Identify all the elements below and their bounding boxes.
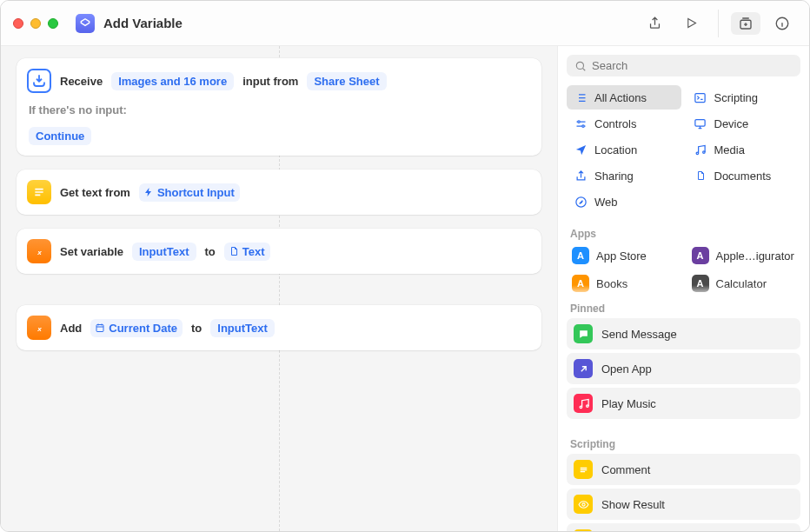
svg-point-11 <box>703 150 706 153</box>
svg-text:x: x <box>37 324 42 332</box>
window-close-button[interactable] <box>13 18 23 29</box>
category-scripting[interactable]: Scripting <box>687 85 801 110</box>
alert-icon <box>574 529 593 531</box>
shortcut-app-icon <box>76 14 95 33</box>
category-label: Media <box>714 143 745 156</box>
no-input-behavior-token[interactable]: Continue <box>29 127 91 145</box>
action-list-label: Comment <box>601 463 650 476</box>
share-icon <box>574 169 588 183</box>
receive-label: Receive <box>60 75 103 88</box>
category-label: Location <box>594 143 637 156</box>
action-label: Get text from <box>60 186 130 199</box>
category-label: Sharing <box>594 170 634 183</box>
nav-icon <box>574 143 588 156</box>
svg-rect-4 <box>96 325 103 332</box>
action-list-item[interactable]: Send Message <box>567 318 800 349</box>
safari-icon <box>574 195 588 209</box>
share-button[interactable] <box>640 12 669 35</box>
svg-rect-9 <box>695 119 705 126</box>
action-card[interactable]: x Add Current DatetoInputText <box>17 305 541 350</box>
window-zoom-button[interactable] <box>48 18 58 29</box>
category-label: Web <box>594 196 618 209</box>
value-token[interactable]: Current Date <box>90 319 183 337</box>
action-list-item[interactable]: Open App <box>567 353 800 384</box>
no-input-label: If there's no input: <box>17 103 541 127</box>
app-item[interactable]: AApple…igurator <box>687 243 801 268</box>
category-sharing[interactable]: Sharing <box>567 163 681 188</box>
app-item[interactable]: ACalculator <box>687 271 801 296</box>
value-token[interactable]: Text <box>224 243 270 261</box>
action-card[interactable]: x Set variable InputTexttoText <box>17 229 541 274</box>
app-item[interactable]: ABooks <box>567 271 681 296</box>
sliders-icon <box>574 116 588 130</box>
category-controls[interactable]: Controls <box>567 111 681 136</box>
svg-point-14 <box>586 404 588 407</box>
receive-source-token[interactable]: Share Sheet <box>307 72 386 90</box>
receive-types-token[interactable]: Images and 16 more <box>111 72 234 90</box>
action-icon <box>27 180 51 204</box>
action-label: Add <box>60 322 82 335</box>
receive-card[interactable]: Receive Images and 16 more input from Sh… <box>17 58 541 156</box>
scripting-section-label: Scripting <box>558 431 809 454</box>
category-label: Documents <box>714 170 772 183</box>
app-icon: A <box>572 275 589 292</box>
monitor-icon <box>694 116 707 130</box>
svg-point-13 <box>580 406 582 409</box>
library-button[interactable] <box>731 12 760 35</box>
receive-from-label: input from <box>242 75 298 88</box>
search-field[interactable] <box>567 55 800 76</box>
category-label: Scripting <box>714 91 759 104</box>
action-list-item[interactable]: Show Alert <box>567 523 800 531</box>
svg-point-10 <box>696 152 699 155</box>
lines-icon <box>574 460 593 479</box>
pinned-section-label: Pinned <box>558 296 809 318</box>
app-icon: A <box>692 275 709 292</box>
app-label: Books <box>596 277 627 290</box>
app-icon: A <box>572 247 589 264</box>
category-media[interactable]: Media <box>687 137 801 162</box>
action-mid: to <box>205 245 216 258</box>
category-documents[interactable]: Documents <box>687 163 801 188</box>
action-mid: to <box>191 322 202 335</box>
app-item[interactable]: AApp Store <box>567 243 681 268</box>
action-card[interactable]: Get text from Shortcut Input <box>17 170 541 215</box>
svg-text:x: x <box>37 248 42 256</box>
category-web[interactable]: Web <box>567 190 681 214</box>
app-icon: A <box>692 247 709 264</box>
open-icon <box>574 359 593 378</box>
app-label: Calculator <box>716 277 767 290</box>
category-device[interactable]: Device <box>687 111 801 136</box>
action-list-item[interactable]: Play Music <box>567 388 800 419</box>
terminal-icon <box>694 90 707 104</box>
svg-point-7 <box>577 120 580 123</box>
action-icon: x <box>27 316 51 340</box>
category-location[interactable]: Location <box>567 137 681 162</box>
variable-token[interactable]: InputText <box>210 319 275 337</box>
search-input[interactable] <box>592 59 793 72</box>
category-label: Device <box>714 117 749 130</box>
app-label: App Store <box>596 249 647 263</box>
action-list-label: Send Message <box>601 328 677 341</box>
svg-point-15 <box>581 502 584 505</box>
music-icon <box>694 143 707 156</box>
window-title: Add Variable <box>103 16 183 30</box>
window-minimize-button[interactable] <box>30 18 41 29</box>
info-button[interactable] <box>767 12 797 35</box>
svg-point-5 <box>576 62 583 69</box>
category-all[interactable]: All Actions <box>567 85 681 110</box>
chat-icon <box>574 324 593 343</box>
list-icon <box>574 90 588 104</box>
receive-icon <box>27 69 51 93</box>
category-label: All Actions <box>594 91 647 104</box>
eye-icon <box>574 495 593 514</box>
category-label: Controls <box>594 117 636 130</box>
action-list-label: Show Result <box>601 498 665 511</box>
action-list-item[interactable]: Show Result <box>567 489 800 520</box>
run-button[interactable] <box>676 12 706 35</box>
value-token[interactable]: Shortcut Input <box>139 183 240 202</box>
action-list-label: Play Music <box>601 397 656 410</box>
variable-token[interactable]: InputText <box>132 243 196 261</box>
action-list-item[interactable]: Comment <box>567 454 800 485</box>
action-list-label: Open App <box>601 362 652 376</box>
svg-point-8 <box>581 124 584 127</box>
